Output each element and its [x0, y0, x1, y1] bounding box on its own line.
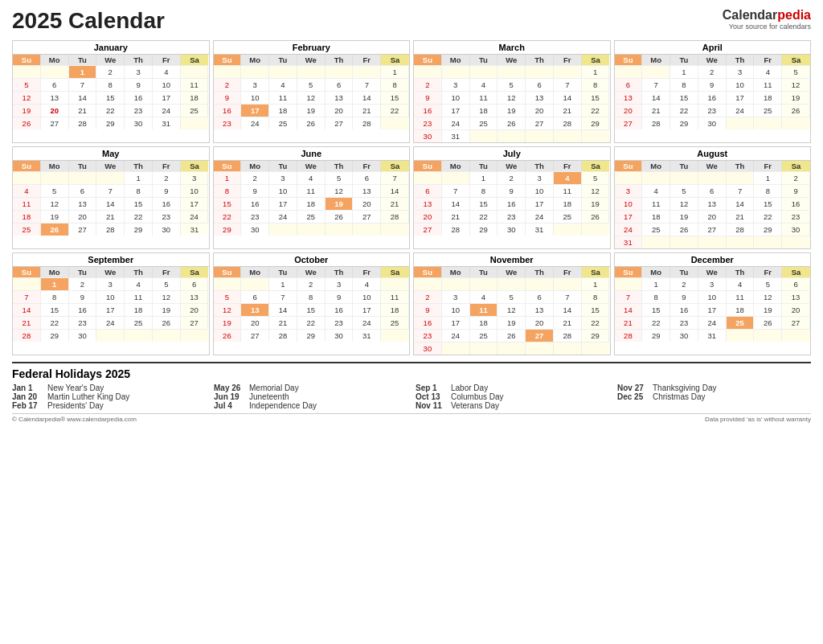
day-cell	[754, 117, 782, 129]
day-cell: 13	[241, 303, 269, 316]
day-cell: 31	[526, 223, 554, 236]
logo-brand: Calendarpedia	[723, 8, 811, 23]
day-cell: 12	[297, 91, 326, 104]
dow-label: Sa	[582, 161, 610, 171]
dow-label: Su	[615, 161, 643, 171]
dow-label: Th	[326, 55, 354, 65]
day-cell: 2	[670, 277, 698, 290]
day-cell: 2	[214, 78, 242, 91]
day-cell	[754, 236, 782, 248]
day-cell: 10	[96, 290, 125, 303]
day-cell	[13, 65, 41, 78]
day-cell	[727, 329, 755, 342]
day-cell: 1	[754, 171, 782, 184]
day-cell	[41, 171, 69, 184]
day-cell: 9	[414, 303, 442, 316]
dow-label: We	[497, 55, 526, 65]
day-cell	[353, 65, 381, 78]
day-cell	[381, 117, 409, 129]
day-cell	[269, 223, 297, 236]
day-cell: 10	[615, 197, 643, 210]
day-cell: 5	[41, 184, 69, 197]
day-cell: 2	[297, 277, 326, 290]
day-cell: 9	[214, 91, 242, 104]
dow-label: Mo	[241, 161, 269, 171]
day-cell: 4	[642, 184, 670, 197]
day-cell: 22	[670, 104, 698, 117]
day-cell: 23	[670, 316, 698, 329]
day-cell: 9	[497, 184, 526, 197]
month-name: August	[615, 147, 811, 161]
holiday-date: Oct 13	[416, 392, 448, 401]
day-cell: 21	[727, 210, 755, 223]
day-cell: 7	[554, 78, 582, 91]
day-cell: 10	[442, 303, 470, 316]
day-cell: 3	[442, 78, 470, 91]
holiday-name: Presidents' Day	[47, 401, 104, 410]
day-cell: 1	[214, 171, 242, 184]
day-cell: 19	[754, 303, 782, 316]
day-cell: 30	[125, 117, 153, 129]
day-cell: 18	[642, 210, 670, 223]
day-cell	[326, 223, 354, 236]
day-cell: 28	[442, 223, 470, 236]
day-cell: 22	[41, 316, 69, 329]
day-cell: 25	[470, 329, 498, 342]
holiday-item: Nov 27Thanksgiving Day	[617, 384, 811, 392]
day-cell: 28	[727, 223, 755, 236]
day-cell: 21	[69, 104, 97, 117]
day-cell: 5	[326, 171, 354, 184]
day-cell: 12	[497, 303, 526, 316]
day-cell: 26	[153, 316, 181, 329]
day-cell: 28	[554, 117, 582, 129]
dow-label: Th	[326, 161, 354, 171]
day-cell: 26	[670, 223, 698, 236]
day-cell: 18	[125, 303, 153, 316]
day-cell	[526, 65, 554, 78]
day-cell: 7	[442, 184, 470, 197]
day-cell: 26	[754, 316, 782, 329]
day-cell	[442, 171, 470, 184]
day-cell: 6	[181, 277, 209, 290]
day-cell: 19	[326, 197, 354, 210]
day-cell: 5	[582, 171, 610, 184]
day-cell	[181, 117, 209, 129]
day-cell: 17	[727, 91, 755, 104]
day-cell: 29	[670, 117, 698, 129]
day-cell: 1	[582, 277, 610, 290]
day-cell	[326, 65, 354, 78]
day-cell: 28	[381, 210, 409, 223]
day-cell: 25	[125, 316, 153, 329]
dow-label: We	[297, 161, 326, 171]
day-cell: 6	[353, 171, 381, 184]
day-cell: 27	[326, 117, 354, 129]
day-cell: 15	[642, 303, 670, 316]
month-july: JulySuMoTuWeThFrSa1234567891011121314151…	[413, 146, 611, 249]
day-cell: 15	[754, 197, 782, 210]
day-cell: 28	[554, 329, 582, 342]
day-cell: 22	[381, 104, 409, 117]
dow-label: Th	[727, 267, 755, 277]
day-cell: 8	[670, 78, 698, 91]
footer: © Calendarpedia® www.calendarpedia.com D…	[12, 413, 811, 423]
day-cell	[442, 342, 470, 355]
day-cell: 20	[41, 104, 69, 117]
day-cell	[554, 65, 582, 78]
day-cell: 16	[69, 303, 97, 316]
day-cell: 3	[181, 171, 209, 184]
month-august: AugustSuMoTuWeThFrSa12345678910111213141…	[614, 146, 812, 249]
day-cell: 22	[582, 316, 610, 329]
day-cell: 31	[615, 236, 643, 248]
day-cell: 6	[414, 184, 442, 197]
dow-label: Th	[125, 267, 153, 277]
day-cell: 16	[782, 197, 810, 210]
day-cell: 7	[642, 78, 670, 91]
day-cell: 25	[727, 316, 755, 329]
day-cell: 17	[442, 316, 470, 329]
day-cell: 6	[782, 277, 810, 290]
day-cell	[96, 171, 125, 184]
holiday-date: May 26	[214, 384, 246, 392]
month-february: FebruarySuMoTuWeThFrSa123456789101112131…	[213, 40, 411, 143]
day-cell	[153, 329, 181, 342]
day-cell	[13, 277, 41, 290]
